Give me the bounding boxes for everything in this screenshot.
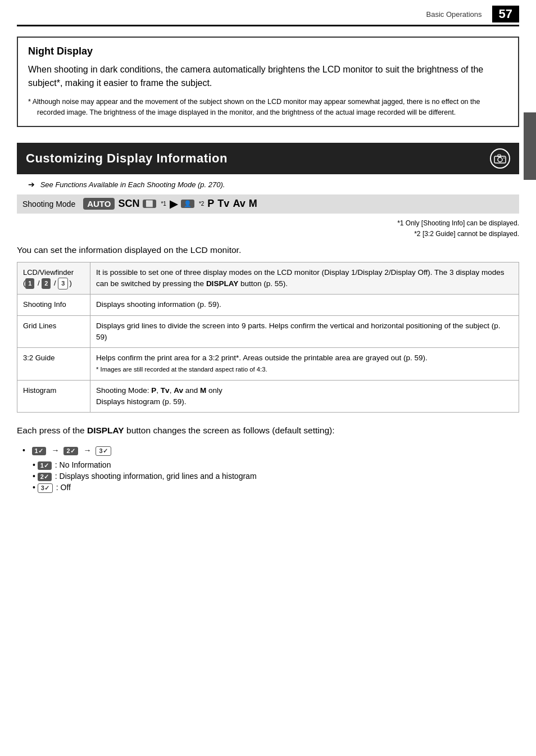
page-header: Basic Operations 57 — [17, 6, 519, 26]
feature-histogram: Histogram — [17, 380, 90, 413]
desc-32-guide: Helps confirm the print area for a 3:2 p… — [90, 348, 519, 381]
sub-item-1: • 1✓ : No Information — [33, 460, 519, 470]
cdi-header: Customizing Display Information — [17, 143, 519, 174]
lcd-note: You can set the information displayed on… — [17, 245, 519, 255]
svg-point-3 — [503, 157, 505, 159]
lcd2-icon: 👤 — [181, 200, 194, 208]
portrait-mode: ▶ — [170, 198, 178, 210]
desc-histogram: Shooting Mode: P, Tv, Av and M only Disp… — [90, 380, 519, 413]
night-display-title: Night Display — [28, 46, 508, 57]
desc-shooting-info: Displays shooting information (p. 59). — [90, 295, 519, 315]
right-tab — [524, 112, 536, 180]
info-table: LCD/Viewfinder (1 / 2 / 3) It is possibl… — [17, 262, 519, 413]
sub-item-2: • 2✓ : Displays shooting information, gr… — [33, 472, 519, 481]
asterisk-notes: *1 Only [Shooting Info] can be displayed… — [17, 218, 519, 239]
disp2-icon: 2 — [42, 278, 51, 289]
sup2: *2 — [199, 201, 204, 207]
cdi-see-ref: ➔ See Functions Available in Each Shooti… — [17, 180, 519, 189]
p-mode: P — [207, 198, 214, 210]
sub-icon3: 3✓ — [38, 483, 53, 493]
table-row: Shooting Info Displays shooting informat… — [17, 295, 519, 315]
table-row: Grid Lines Displays grid lines to divide… — [17, 315, 519, 348]
asterisk-note1: *1 Only [Shooting Info] can be displayed… — [17, 218, 519, 229]
night-display-box: Night Display When shooting in dark cond… — [17, 37, 519, 127]
shooting-mode-bar: Shooting Mode AUTO SCN ⬜*1 ▶👤*2 P Tv Av … — [17, 194, 519, 214]
shooting-mode-label: Shooting Mode — [22, 200, 75, 209]
sup1: *1 — [161, 201, 166, 207]
sub-icon2: 2✓ — [38, 473, 52, 481]
svg-point-1 — [498, 157, 502, 162]
page-number: 57 — [492, 6, 519, 22]
feature-32-guide: 3:2 Guide — [17, 348, 90, 381]
table-row: LCD/Viewfinder (1 / 2 / 3) It is possibl… — [17, 262, 519, 295]
bottom-text: Each press of the DISPLAY button changes… — [17, 425, 335, 435]
flow-line: • 1✓ → 2✓ → 3✓ — [17, 446, 519, 456]
bottom-section: Each press of the DISPLAY button changes… — [17, 424, 519, 438]
desc-grid-lines: Displays grid lines to divide the screen… — [90, 315, 519, 348]
tv-mode: Tv — [217, 198, 229, 210]
sub-text2: : Displays shooting information, grid li… — [55, 472, 257, 481]
m-mode: M — [249, 198, 257, 210]
cdi-title: Customizing Display Information — [26, 151, 228, 166]
disp3-icon: 3 — [58, 278, 68, 289]
sub-text1: : No Information — [55, 460, 111, 469]
feature-grid-lines: Grid Lines — [17, 315, 90, 348]
cdi-section: Customizing Display Information ➔ See Fu… — [17, 143, 519, 493]
table-row: Histogram Shooting Mode: P, Tv, Av and M… — [17, 380, 519, 413]
asterisk-note2: *2 [3:2 Guide] cannot be displayed. — [17, 229, 519, 239]
see-ref-text: See Functions Available in Each Shooting… — [40, 180, 225, 189]
sub-icon1: 1✓ — [38, 461, 52, 470]
night-display-body: When shooting in dark conditions, the ca… — [28, 63, 508, 90]
table-row: 3:2 Guide Helps confirm the print area f… — [17, 348, 519, 381]
av-mode: Av — [233, 198, 245, 210]
arrow-icon: ➔ — [28, 180, 35, 189]
night-display-footnote: * Although noise may appear and the move… — [28, 97, 508, 118]
flow-icon3: 3✓ — [96, 446, 111, 456]
feature-shooting-info: Shooting Info — [17, 295, 90, 315]
lcd1-icon: ⬜ — [143, 200, 156, 208]
flow-arrow1: → — [52, 446, 60, 455]
desc-lcd: It is possible to set one of three displ… — [90, 262, 519, 295]
feature-lcd: LCD/Viewfinder (1 / 2 / 3) — [17, 262, 90, 295]
camera-icon — [490, 148, 510, 169]
flow-icon1: 1✓ — [32, 447, 46, 455]
sub-list: • 1✓ : No Information • 2✓ : Displays sh… — [17, 460, 519, 493]
scn-mode: SCN — [118, 198, 139, 210]
sub-text3: : Off — [56, 483, 71, 492]
disp1-icon: 1 — [25, 278, 34, 289]
flow-icon2: 2✓ — [63, 447, 78, 455]
flow-arrow2: → — [84, 446, 92, 455]
section-title: Basic Operations — [426, 10, 482, 19]
sub-item-3: • 3✓ : Off — [33, 483, 519, 493]
auto-badge: AUTO — [83, 198, 115, 210]
page-container: Basic Operations 57 Night Display When s… — [0, 0, 536, 756]
